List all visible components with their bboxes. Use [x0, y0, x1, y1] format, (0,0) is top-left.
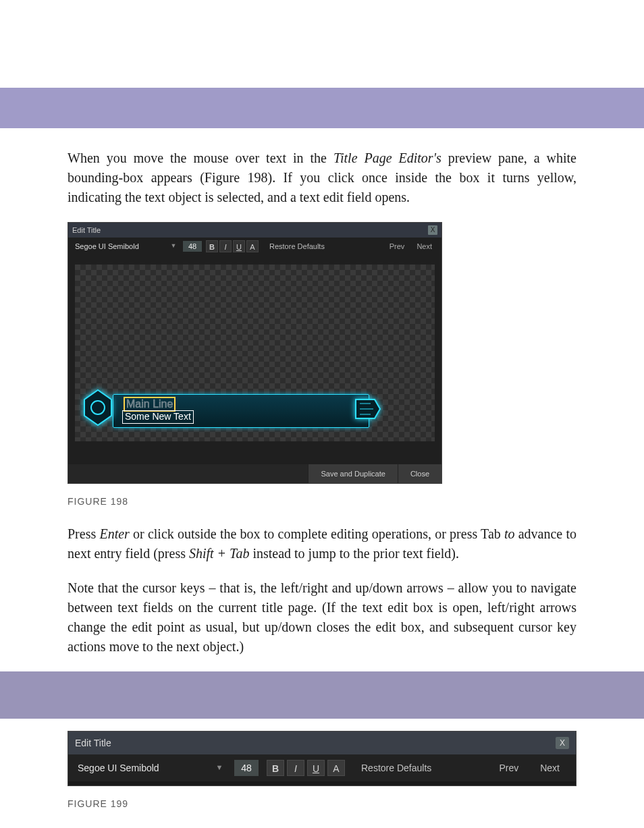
text-italic: Title Page Editor's	[333, 150, 441, 165]
figure-199-screenshot: Edit Title X Segoe UI Semibold ▼ 48 B I …	[68, 731, 576, 786]
font-size-field[interactable]: 48	[183, 241, 202, 252]
dialog-footer: Save and Duplicate Close	[68, 464, 441, 483]
text-italic: Enter	[99, 526, 129, 541]
next-button[interactable]: Next	[411, 241, 437, 252]
text: Note that the cursor keys – that is, the…	[68, 580, 576, 654]
restore-defaults-button[interactable]: Restore Defaults	[265, 241, 329, 252]
window-titlebar: Edit Title X	[68, 223, 441, 238]
close-icon[interactable]: X	[428, 225, 437, 235]
paragraph: Note that the cursor keys – that is, the…	[68, 578, 576, 657]
lower-third-emblem-icon	[79, 387, 117, 428]
text: Press	[68, 526, 99, 541]
body-text-block: Press Enter or click outside the box to …	[0, 524, 644, 657]
save-and-duplicate-button[interactable]: Save and Duplicate	[308, 464, 397, 483]
figure-caption: FIGURE 199	[0, 798, 644, 809]
text: When you move the mouse over text in the	[68, 150, 333, 165]
spacer	[68, 451, 441, 464]
svg-marker-0	[84, 390, 111, 425]
dropdown-icon[interactable]: ▼	[213, 761, 226, 775]
bold-button[interactable]: B	[206, 240, 218, 252]
paragraph: Press Enter or click outside the box to …	[68, 524, 576, 563]
text: instead to jump to the prior text field)…	[249, 546, 459, 561]
figure-caption: FIGURE 198	[0, 496, 644, 507]
figure-199-block: Edit Title X Segoe UI Semibold ▼ 48 B I …	[0, 671, 644, 786]
format-toolbar: Segoe UI Semibold ▼ 48 B I U A Restore D…	[68, 238, 441, 255]
preview-canvas[interactable]: Main Line Some New Text	[68, 255, 441, 451]
section-banner	[0, 671, 644, 719]
underline-button[interactable]: U	[307, 760, 325, 776]
close-button[interactable]: Close	[398, 464, 441, 483]
document-page: When you move the mouse over text in the…	[0, 88, 644, 828]
restore-defaults-button[interactable]: Restore Defaults	[356, 760, 437, 776]
window-title: Edit Title	[75, 738, 111, 748]
prev-button[interactable]: Prev	[384, 241, 410, 252]
text: or click outside the box to complete edi…	[130, 526, 504, 541]
section-banner	[0, 88, 644, 128]
bold-button[interactable]: B	[267, 760, 284, 776]
italic-button[interactable]: I	[219, 240, 232, 252]
text-italic: to	[504, 526, 515, 541]
text-italic: Shift + Tab	[189, 546, 249, 561]
spacer	[68, 781, 576, 785]
paragraph: When you move the mouse over text in the…	[68, 148, 576, 207]
prev-button[interactable]: Prev	[489, 760, 528, 776]
font-family-field[interactable]: Segoe UI Semibold	[72, 241, 167, 252]
font-family-field[interactable]: Segoe UI Semibold	[75, 761, 210, 775]
title-text-editing[interactable]: Some New Text	[122, 410, 194, 424]
body-text-block: When you move the mouse over text in the…	[0, 148, 644, 207]
close-icon[interactable]: X	[556, 737, 569, 749]
window-title: Edit Title	[72, 226, 101, 234]
window-titlebar: Edit Title X	[68, 732, 576, 754]
text-color-button[interactable]: A	[327, 760, 345, 776]
dropdown-icon[interactable]: ▼	[168, 241, 179, 252]
text-color-button[interactable]: A	[246, 240, 259, 252]
italic-button[interactable]: I	[287, 760, 304, 776]
lower-third-endcap-icon	[354, 395, 381, 422]
underline-button[interactable]: U	[233, 240, 245, 252]
next-button[interactable]: Next	[531, 760, 569, 776]
title-text-selected[interactable]: Main Line	[124, 397, 176, 412]
font-size-field[interactable]: 48	[234, 760, 259, 776]
format-toolbar: Segoe UI Semibold ▼ 48 B I U A Restore D…	[68, 754, 576, 781]
lower-third-graphic: Main Line Some New Text	[79, 387, 369, 428]
figure-198-screenshot: Edit Title X Segoe UI Semibold ▼ 48 B I …	[68, 222, 442, 484]
